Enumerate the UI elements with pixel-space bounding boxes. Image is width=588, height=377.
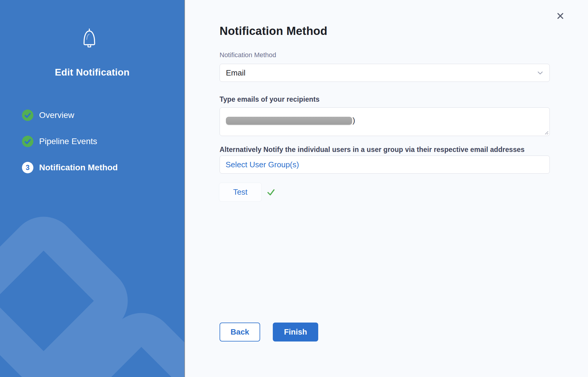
resize-grip-icon[interactable] xyxy=(544,130,549,135)
page-title: Notification Method xyxy=(220,25,327,38)
method-label: Notification Method xyxy=(220,51,276,59)
select-user-groups-field[interactable]: Select User Group(s) xyxy=(220,156,550,174)
wizard-title: Edit Notification xyxy=(0,67,184,78)
redacted-email-value xyxy=(226,117,352,125)
chevron-down-icon xyxy=(537,70,543,76)
close-icon xyxy=(556,12,565,20)
wizard-steps: Overview Pipeline Events 3 Notification … xyxy=(22,110,118,188)
notification-method-select[interactable]: Email xyxy=(220,64,550,82)
notification-method-panel: Notification Method Notification Method … xyxy=(185,0,588,377)
test-button[interactable]: Test xyxy=(219,183,262,202)
step-label: Notification Method xyxy=(39,163,118,172)
recipients-label: Type emails of your recipients xyxy=(220,95,319,104)
bell-icon xyxy=(80,27,99,49)
step-pipeline-events[interactable]: Pipeline Events xyxy=(22,136,118,147)
redacted-email-suffix: ) xyxy=(352,116,355,125)
step-number-badge: 3 xyxy=(22,162,33,173)
back-button[interactable]: Back xyxy=(220,323,260,341)
test-row: Test xyxy=(219,183,275,202)
recipients-textarea[interactable]: ) xyxy=(220,107,550,136)
step-overview[interactable]: Overview xyxy=(22,110,118,121)
step-label: Pipeline Events xyxy=(39,137,97,146)
user-group-helper-label: Alternatively Notify the individual user… xyxy=(220,146,525,154)
wizard-sidebar: Edit Notification Overview Pipeline Even… xyxy=(0,0,185,377)
step-label: Overview xyxy=(39,110,74,120)
close-button[interactable] xyxy=(556,12,565,20)
step-notification-method[interactable]: 3 Notification Method xyxy=(22,162,118,173)
wizard-footer: Back Finish xyxy=(220,323,318,341)
check-icon xyxy=(22,110,33,121)
success-check-icon xyxy=(267,188,275,196)
selected-method-value: Email xyxy=(226,68,537,78)
select-user-groups-link: Select User Group(s) xyxy=(226,160,299,169)
finish-button[interactable]: Finish xyxy=(273,323,318,341)
check-icon xyxy=(22,136,33,147)
